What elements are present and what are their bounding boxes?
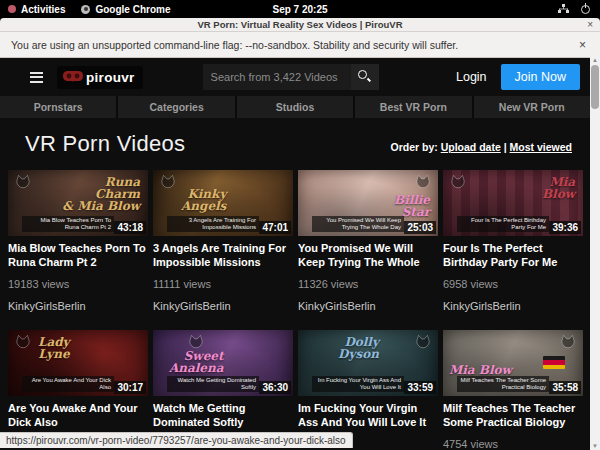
video-thumbnail[interactable]: Dolly Dyson Im Fucking Your Virgin Ass A…: [298, 330, 438, 396]
window-titlebar[interactable]: VR Porn: Virtual Reality Sex Videos | Pi…: [0, 18, 600, 32]
thumbnail-caption: Four Is The Perfect Birthday Party For M…: [457, 216, 549, 232]
video-views: 11111 views: [153, 278, 293, 290]
logo-text: pirouvr: [86, 70, 135, 85]
video-thumbnail[interactable]: Runa Charm & Mia Blow Mia Blow Teaches P…: [8, 170, 148, 236]
studio-watermark-cat-icon: [187, 334, 205, 350]
order-upload-date-link[interactable]: Upload date: [441, 141, 501, 153]
scrollbar-up-icon[interactable]: ▲: [590, 57, 600, 63]
search-input[interactable]: [203, 64, 351, 90]
nav-item-studios[interactable]: Studios: [237, 96, 353, 118]
video-card[interactable]: Kinky Angels 3 Angels Are Training For I…: [153, 170, 293, 312]
video-studio-link[interactable]: KinkyGirlsBerlin: [443, 300, 583, 312]
studio-watermark-cat-icon: [414, 334, 432, 350]
video-views: 19183 views: [8, 278, 148, 290]
window-title: VR Porn: Virtual Reality Sex Videos | Pi…: [197, 19, 402, 30]
studio-watermark-cat-icon: [559, 334, 577, 350]
nav-item-categories[interactable]: Categories: [118, 96, 234, 118]
video-thumbnail[interactable]: Lady Lyne Are You Awake And Your Dick Al…: [8, 330, 148, 396]
nav-item-best[interactable]: Best VR Porn: [355, 96, 471, 118]
studio-watermark-cat-icon: [14, 174, 32, 190]
webpage-viewport: pirouvr Login Join Now Pornstars Categor…: [0, 58, 590, 450]
video-thumbnail[interactable]: Kinky Angels 3 Angels Are Training For I…: [153, 170, 293, 236]
video-title[interactable]: Watch Me Getting Dominated Softly: [153, 402, 293, 429]
infobar-message: You are using an unsupported command-lin…: [0, 39, 458, 51]
video-thumbnail[interactable]: Billie Star You Promised We Will Keep Tr…: [298, 170, 438, 236]
video-views: 4754 views: [443, 438, 583, 450]
thumbnail-overlay-title: Runa Charm & Mia Blow: [62, 176, 140, 212]
vr-goggles-icon: [63, 71, 83, 83]
window-close-icon[interactable]: ×: [587, 19, 593, 30]
chrome-infobar: You are using an unsupported command-lin…: [0, 32, 600, 58]
video-title[interactable]: Are You Awake And Your Dick Also: [8, 402, 148, 429]
video-duration: 35:58: [549, 381, 581, 394]
login-link[interactable]: Login: [456, 70, 487, 84]
video-title[interactable]: Im Fucking Your Virgin Ass And You Will …: [298, 402, 438, 429]
nav-item-pornstars[interactable]: Pornstars: [0, 96, 116, 118]
thumbnail-overlay-title: Lady Lyne: [38, 336, 70, 360]
studio-watermark-cat-icon: [449, 174, 467, 190]
site-header: pirouvr Login Join Now: [0, 58, 590, 96]
video-title[interactable]: Four Is The Perfect Birthday Party For M…: [443, 242, 583, 269]
power-icon[interactable]: [581, 5, 590, 14]
thumbnail-caption: You Promised We Will Keep Trying The Who…: [312, 216, 404, 232]
video-duration: 39:36: [549, 221, 581, 234]
thumbnail-caption: 3 Angels Are Training For Impossible Mis…: [167, 216, 259, 232]
video-title[interactable]: Mia Blow Teaches Porn To Runa Charm Pt 2: [8, 242, 148, 269]
thumbnail-caption: Watch Me Getting Dominated Softly: [167, 376, 259, 392]
order-most-viewed-link[interactable]: Most viewed: [510, 141, 572, 153]
page-title: VR Porn Videos: [25, 131, 185, 157]
thumbnail-overlay-title: Dolly Dyson: [338, 336, 379, 360]
thumbnail-overlay-title: Mia Blow: [449, 364, 512, 376]
video-views: 6958 views: [443, 278, 583, 290]
studio-watermark-cat-icon: [414, 174, 432, 190]
main-nav: Pornstars Categories Studios Best VR Por…: [0, 96, 590, 118]
search-icon: [358, 70, 367, 79]
video-thumbnail[interactable]: Mia Blow Four Is The Perfect Birthday Pa…: [443, 170, 583, 236]
search-button[interactable]: [351, 64, 379, 90]
video-thumbnail[interactable]: Mia Blow Milf Teaches The Teacher Some P…: [443, 330, 583, 396]
video-studio-link[interactable]: KinkyGirlsBerlin: [298, 300, 438, 312]
video-duration: 47:01: [259, 221, 291, 234]
studio-watermark-cat-icon: [14, 334, 32, 350]
thumbnail-caption: Are You Awake And Your Dick Also: [22, 376, 114, 392]
thumbnail-overlay-title: Billie Star: [394, 194, 430, 218]
scrollbar-thumb[interactable]: [591, 65, 599, 109]
menu-icon[interactable]: [30, 72, 43, 83]
order-by-label: Order by:: [391, 141, 438, 153]
video-card[interactable]: Billie Star You Promised We Will Keep Tr…: [298, 170, 438, 312]
video-views: 11326 views: [298, 278, 438, 290]
video-duration: 36:30: [259, 381, 291, 394]
thumbnail-overlay-title: Kinky Angels: [181, 188, 226, 212]
german-flag-icon: [543, 356, 565, 369]
video-grid: Runa Charm & Mia Blow Mia Blow Teaches P…: [0, 157, 590, 450]
video-studio-link[interactable]: KinkyGirlsBerlin: [8, 300, 148, 312]
video-card[interactable]: Mia Blow Four Is The Perfect Birthday Pa…: [443, 170, 583, 312]
video-duration: 25:03: [404, 221, 436, 234]
video-duration: 33:59: [404, 381, 436, 394]
network-icon[interactable]: [558, 4, 569, 14]
studio-watermark-cat-icon: [159, 174, 177, 190]
clock[interactable]: Sep 7 20:25: [0, 4, 600, 15]
order-by-control: Order by: Upload date | Most viewed: [391, 141, 573, 157]
video-title[interactable]: Milf Teaches The Teacher Some Practical …: [443, 402, 583, 429]
thumbnail-caption: Mia Blow Teaches Porn To Runa Charm Pt 2: [22, 216, 114, 232]
system-top-bar: Activities Google Chrome Sep 7 20:25: [0, 0, 600, 18]
scrollbar[interactable]: ▲ ▼: [590, 56, 600, 450]
video-title[interactable]: 3 Angels Are Training For Impossible Mis…: [153, 242, 293, 269]
scrollbar-down-icon[interactable]: ▼: [590, 443, 600, 449]
thumbnail-caption: Milf Teaches The Teacher Some Practical …: [457, 376, 549, 392]
search-bar: [203, 64, 379, 90]
join-now-button[interactable]: Join Now: [501, 64, 580, 90]
video-card[interactable]: Runa Charm & Mia Blow Mia Blow Teaches P…: [8, 170, 148, 312]
video-title[interactable]: You Promised We Will Keep Trying The Who…: [298, 242, 438, 269]
site-logo[interactable]: pirouvr: [57, 66, 143, 89]
infobar-close-icon[interactable]: ×: [579, 38, 600, 52]
video-duration: 43:18: [114, 221, 146, 234]
video-card[interactable]: Mia Blow Milf Teaches The Teacher Some P…: [443, 330, 583, 450]
status-url-bar: https://pirouvr.com/vr-porn-video/779325…: [0, 432, 353, 448]
thumbnail-caption: Im Fucking Your Virgin Ass And You Will …: [312, 376, 404, 392]
video-duration: 30:17: [114, 381, 146, 394]
video-thumbnail[interactable]: Sweet Analena Watch Me Getting Dominated…: [153, 330, 293, 396]
nav-item-new[interactable]: New VR Porn: [474, 96, 590, 118]
video-studio-link[interactable]: KinkyGirlsBerlin: [153, 300, 293, 312]
